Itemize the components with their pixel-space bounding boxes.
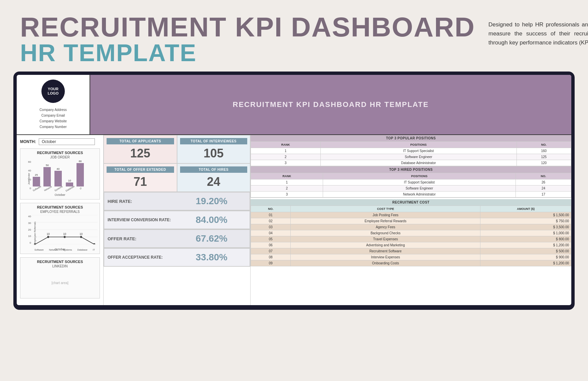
line-chart-area: 403020100 — [32, 215, 98, 244]
table-row: 3Database Administrator120 — [251, 160, 571, 166]
table-row: 04Background Checks$ 1,000.00 — [251, 230, 571, 236]
svg-point-9 — [93, 243, 95, 244]
dashboard-header: YOUR LOGO Company Address Company Email … — [17, 75, 571, 135]
logo-section: YOUR LOGO Company Address Company Email … — [17, 75, 90, 134]
popular-position-col: POSITIONS — [320, 142, 517, 148]
hired-position-col: POSITIONS — [323, 173, 516, 179]
offer-acceptance-label: OFFER ACCEPTANCE RATE: — [108, 255, 177, 260]
employee-referrals-x-label: October — [22, 248, 98, 251]
table-row: 3Network Administrator17 — [251, 192, 571, 198]
popular-no-col: NO. — [517, 142, 571, 148]
line-chart-svg: 10 10 10 — [32, 215, 98, 244]
header-description: Designed to help HR professionals and bu… — [488, 20, 588, 47]
total-interviewees-card: TOTAL OF INTERVIEWEES 105 — [177, 135, 251, 163]
kpi-grid: TOTAL OF APPLICANTS 125 TOTAL OF INTERVI… — [104, 135, 250, 192]
table-row: 2Software Engineer24 — [251, 185, 571, 192]
offer-rate-card: OFFER RATE: 67.62% — [104, 230, 250, 248]
svg-text:10: 10 — [63, 232, 66, 236]
table-row: 1IT Support Specialist26 — [251, 179, 571, 185]
job-order-chart: RECRUITMENT SOURCES JOB ORDER Job Order … — [20, 148, 100, 200]
table-row: 07Recruitment Software$ 500.00 — [251, 248, 571, 254]
hired-positions-table: RANK POSITIONS NO. 1IT Support Specialis… — [251, 173, 571, 198]
recruitment-cost-section: RECRUITMENT COST NO. COST TYPE AMOUNT ($… — [251, 199, 571, 266]
svg-point-6 — [47, 236, 49, 238]
total-applicants-card: TOTAL OF APPLICANTS 125 — [104, 135, 177, 163]
offer-acceptance-card: OFFER ACCEPTANCE RATE: 33.80% — [104, 248, 250, 266]
employee-referrals-chart-area: Employee Referrals 403020100 — [22, 215, 98, 252]
bar-database: 10 Database — [64, 179, 75, 190]
bar-systems-fill — [54, 171, 62, 186]
logo-text-line2: LOGO — [48, 91, 58, 96]
logo-circle: YOUR LOGO — [41, 80, 65, 103]
line-y-ticks: 403020100 — [24, 215, 31, 244]
interview-conversion-value: 84.00% — [177, 215, 247, 225]
table-row: 03Agency Fees$ 3,500.00 — [251, 224, 571, 230]
offer-rate-value: 67.62% — [177, 233, 247, 244]
offer-rate-row: OFFER RATE: 67.62% — [104, 229, 250, 248]
month-input[interactable] — [39, 138, 95, 145]
svg-text:10: 10 — [80, 232, 83, 236]
job-order-title: RECRUITMENT SOURCES — [22, 151, 98, 155]
month-label: MONTH: — [20, 139, 36, 144]
month-row: MONTH: — [20, 138, 100, 145]
hired-rank-col: RANK — [251, 173, 323, 179]
hired-positions-header: TOP 3 HIRED POSITIONS — [251, 166, 571, 173]
table-row: 02Employee Referral Rewards$ 750.00 — [251, 218, 571, 224]
dashboard-body: MONTH: RECRUITMENT SOURCES JOB ORDER Job… — [17, 135, 571, 305]
popular-positions-table: RANK POSITIONS NO. 1IT Support Specialis… — [251, 141, 571, 166]
company-info: Company Address Company Email Company We… — [39, 107, 67, 130]
table-row: 08Interview Expenses$ 900.00 — [251, 254, 571, 260]
hire-rate-row: HIRE RATE: 19.20% — [104, 192, 250, 211]
logo-text-line1: YOUR — [48, 87, 58, 91]
cost-no-col: NO. — [251, 206, 291, 212]
job-order-chart-area: Job Order 6040200 25 Sof — [22, 160, 98, 197]
interview-conversion-card: INTERVIEW CONVERSION RATE: 84.00% — [104, 211, 250, 229]
table-row: 2Software Engineer125 — [251, 154, 571, 160]
interview-conversion-row: INTERVIEW CONVERSION RATE: 84.00% — [104, 211, 250, 229]
linkedin-chart-area: [chart area] — [22, 269, 98, 296]
linkedin-title: RECRUITMENT SOURCES — [22, 260, 98, 264]
svg-point-7 — [64, 236, 66, 238]
table-row: 01Job Posting Fees$ 1,500.00 — [251, 212, 571, 218]
bar-network: 50 Network — [43, 164, 52, 190]
table-row: 06Advertising and Marketing$ 1,200.00 — [251, 242, 571, 248]
company-website: Company Website — [39, 118, 67, 124]
main-title: RECRUITMENT KPI DASHBOARD — [20, 13, 475, 41]
employee-referrals-title: RECRUITMENT SOURCES — [22, 205, 98, 209]
hire-rate-card: HIRE RATE: 19.20% — [104, 192, 250, 210]
svg-point-5 — [34, 243, 36, 244]
bar-it-fill — [77, 163, 84, 186]
dashboard-title-bar: RECRUITMENT KPI DASHBOARD HR TEMPLATE — [90, 75, 571, 134]
dashboard-title-text: RECRUITMENT KPI DASHBOARD HR TEMPLATE — [233, 100, 429, 109]
top-hired-positions: TOP 3 HIRED POSITIONS RANK POSITIONS NO.… — [251, 166, 571, 198]
left-column: MONTH: RECRUITMENT SOURCES JOB ORDER Job… — [17, 135, 104, 305]
hire-rate-value: 19.20% — [177, 196, 247, 207]
table-row: 1IT Support Specialist160 — [251, 148, 571, 154]
job-order-subtitle: JOB ORDER — [22, 155, 98, 159]
employee-referrals-subtitle: EMPLOYEE REFERRALS — [22, 210, 98, 214]
linkedin-chart: RECRUITMENT SOURCES LINKEDIN [chart area… — [20, 257, 100, 298]
hired-no-col: NO. — [516, 173, 571, 179]
total-applicants-label: TOTAL OF APPLICANTS — [107, 138, 174, 144]
employee-referrals-chart: RECRUITMENT SOURCES EMPLOYEE REFERRALS E… — [20, 203, 100, 254]
total-offer-extended-label: TOTAL OF OFFER EXTENDED — [107, 166, 174, 173]
device-frame: YOUR LOGO Company Address Company Email … — [13, 72, 575, 310]
popular-rank-col: RANK — [251, 142, 321, 148]
top-popular-positions: TOP 3 POPULAR POSITIONS RANK POSITIONS N… — [251, 135, 571, 166]
offer-acceptance-row: OFFER ACCEPTANCE RATE: 33.80% — [104, 248, 250, 267]
offer-acceptance-value: 33.80% — [177, 252, 247, 263]
total-interviewees-label: TOTAL OF INTERVIEWEES — [180, 138, 248, 144]
interview-conversion-label: INTERVIEW CONVERSION RATE: — [108, 218, 177, 222]
total-interviewees-value: 105 — [180, 146, 248, 160]
cost-amount-col: AMOUNT ($) — [480, 206, 571, 212]
company-email: Company Email — [39, 113, 67, 118]
recruitment-cost-header: RECRUITMENT COST — [251, 199, 571, 206]
job-order-x-label: October — [22, 193, 98, 197]
middle-column: TOTAL OF APPLICANTS 125 TOTAL OF INTERVI… — [104, 135, 251, 305]
cost-type-col: COST TYPE — [291, 206, 480, 212]
device-screen: YOUR LOGO Company Address Company Email … — [17, 75, 571, 305]
right-column: TOP 3 POPULAR POSITIONS RANK POSITIONS N… — [251, 135, 571, 305]
svg-text:10: 10 — [47, 232, 50, 236]
bar-software-fill — [33, 177, 40, 186]
linkedin-subtitle: LINKEDIN — [22, 264, 98, 268]
